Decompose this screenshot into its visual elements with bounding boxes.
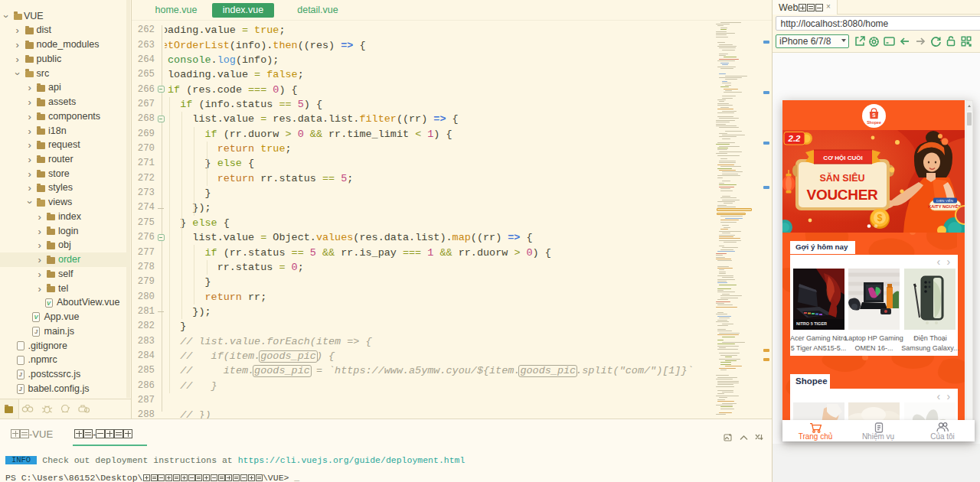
svg-text:CƠ HỘI CUỒI: CƠ HỘI CUỒI <box>823 153 862 161</box>
svg-text:S: S <box>872 112 876 118</box>
svg-text:NITRO 5 TIGER: NITRO 5 TIGER <box>796 321 827 326</box>
svg-text:SĂN SIÊU: SĂN SIÊU <box>819 172 864 184</box>
svg-text:$: $ <box>877 213 883 223</box>
svg-text:VOUCHER: VOUCHER <box>807 187 878 203</box>
svg-text:2.2: 2.2 <box>788 134 802 143</box>
svg-text:DIỄN VIÊN: DIỄN VIÊN <box>936 199 953 203</box>
svg-text:Shopee: Shopee <box>867 119 881 124</box>
svg-text:KAITY NGUYỄN: KAITY NGUYỄN <box>928 204 962 209</box>
